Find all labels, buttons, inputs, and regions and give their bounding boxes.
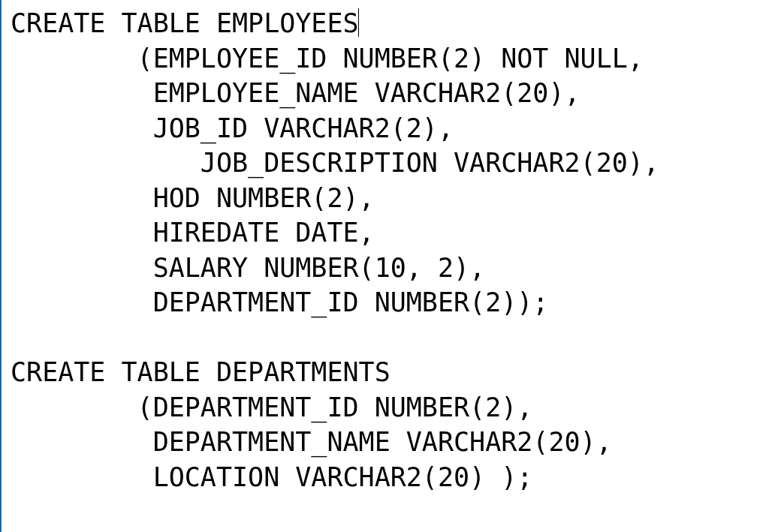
text-cursor <box>358 8 360 37</box>
code-line: (DEPARTMENT_ID NUMBER(2), <box>11 392 532 422</box>
code-line: CREATE TABLE DEPARTMENTS <box>11 357 391 387</box>
code-line: CREATE TABLE EMPLOYEES <box>11 8 359 38</box>
code-line: LOCATION VARCHAR2(20) ); <box>11 462 532 492</box>
code-line: JOB_ID VARCHAR2(2), <box>11 113 454 143</box>
code-line: EMPLOYEE_NAME VARCHAR2(20), <box>11 78 581 108</box>
code-line: SALARY NUMBER(10, 2), <box>11 253 485 283</box>
code-line: HOD NUMBER(2), <box>11 183 375 213</box>
sql-code-block[interactable]: CREATE TABLE EMPLOYEES (EMPLOYEE_ID NUMB… <box>2 0 769 494</box>
code-line: (EMPLOYEE_ID NUMBER(2) NOT NULL, <box>11 44 644 74</box>
code-line: DEPARTMENT_NAME VARCHAR2(20), <box>11 427 612 457</box>
code-line: DEPARTMENT_ID NUMBER(2)); <box>11 287 548 317</box>
code-line: HIREDATE DATE, <box>11 218 375 248</box>
code-line: JOB_DESCRIPTION VARCHAR2(20), <box>11 148 659 178</box>
